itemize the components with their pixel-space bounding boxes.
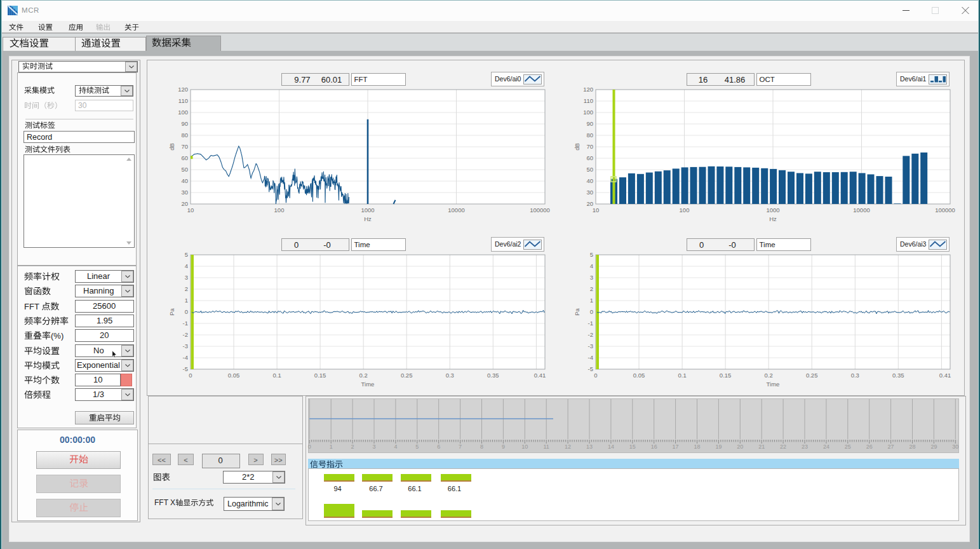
svg-text:3: 3 bbox=[372, 444, 375, 450]
svg-text:14: 14 bbox=[608, 444, 614, 450]
svg-text:23: 23 bbox=[802, 444, 808, 450]
svg-text:2: 2 bbox=[351, 444, 354, 450]
svg-text:10: 10 bbox=[521, 444, 528, 450]
svg-text:15: 15 bbox=[629, 444, 636, 450]
svg-text:30: 30 bbox=[952, 444, 958, 450]
svg-text:21: 21 bbox=[758, 444, 765, 450]
svg-text:9: 9 bbox=[502, 444, 505, 450]
svg-text:24: 24 bbox=[823, 444, 829, 450]
svg-text:16: 16 bbox=[651, 444, 657, 450]
svg-text:6: 6 bbox=[437, 444, 440, 450]
svg-text:17: 17 bbox=[673, 444, 679, 450]
svg-text:22: 22 bbox=[780, 444, 786, 450]
svg-text:12: 12 bbox=[565, 444, 571, 450]
svg-text:7: 7 bbox=[459, 444, 462, 450]
svg-text:29: 29 bbox=[930, 444, 937, 450]
svg-text:19: 19 bbox=[715, 444, 722, 450]
svg-text:28: 28 bbox=[909, 444, 915, 450]
svg-text:1: 1 bbox=[330, 444, 333, 450]
svg-text:18: 18 bbox=[694, 444, 700, 450]
svg-text:4: 4 bbox=[394, 444, 397, 450]
svg-text:13: 13 bbox=[586, 444, 593, 450]
svg-text:26: 26 bbox=[866, 444, 873, 450]
svg-text:8: 8 bbox=[480, 444, 483, 450]
svg-text:5: 5 bbox=[415, 444, 419, 450]
svg-text:27: 27 bbox=[888, 444, 894, 450]
svg-text:0: 0 bbox=[308, 444, 311, 450]
svg-text:25: 25 bbox=[845, 444, 851, 450]
svg-text:11: 11 bbox=[544, 444, 549, 450]
svg-text:20: 20 bbox=[737, 444, 743, 450]
